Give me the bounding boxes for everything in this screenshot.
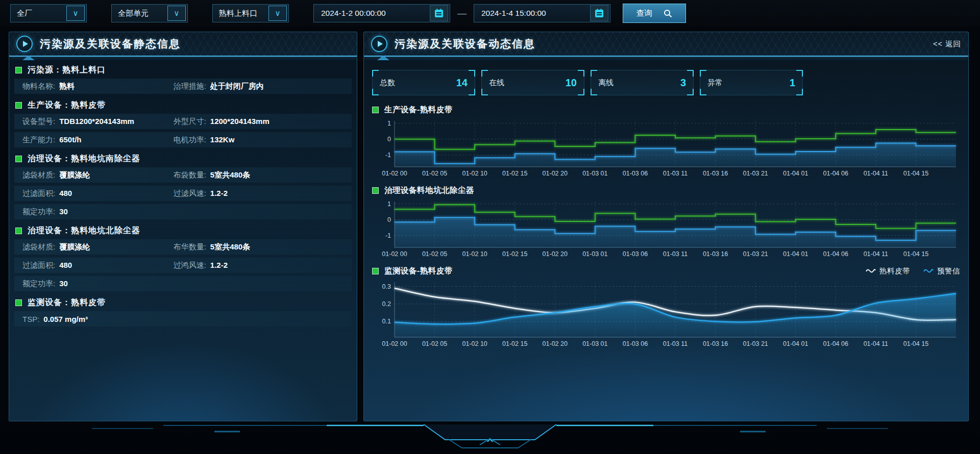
factory-select[interactable]: 全厂 ∨ [10, 4, 87, 22]
legend-item[interactable]: 熟料皮带 [866, 266, 910, 276]
svg-text:01-03 16: 01-03 16 [703, 340, 728, 347]
query-button-label: 查询 [636, 8, 652, 19]
info-cell: 额定功率:30 [22, 207, 174, 217]
chart-plot: 0.30.20.101-02 0001-02 0501-02 1001-02 1… [372, 278, 960, 350]
stat-label: 总数 [380, 78, 395, 88]
unit-select[interactable]: 全部单元 ∨ [111, 4, 188, 22]
svg-text:01-04 15: 01-04 15 [903, 340, 928, 347]
calendar-icon[interactable] [430, 5, 448, 21]
svg-text:0: 0 [387, 216, 391, 223]
chart-block: 监测设备-熟料皮带熟料皮带预警信0.30.20.101-02 0001-02 0… [372, 264, 960, 350]
corner-accent-icon [796, 89, 803, 95]
svg-text:01-03 21: 01-03 21 [743, 340, 768, 347]
stat-value: 14 [456, 77, 468, 89]
svg-text:01-02 15: 01-02 15 [502, 170, 527, 177]
source-select-value: 熟料上料口 [219, 9, 257, 18]
field-value: 30 [59, 207, 68, 216]
chart-plot: 10-101-02 0001-02 0501-02 1001-02 1501-0… [372, 117, 960, 180]
calendar-icon[interactable] [590, 5, 608, 21]
corner-accent-icon [687, 89, 694, 95]
svg-text:01-04 15: 01-04 15 [903, 250, 928, 258]
svg-text:01-03 21: 01-03 21 [743, 250, 768, 258]
chart-title-text: 生产设备-熟料皮带 [384, 105, 453, 115]
factory-select-value: 全厂 [17, 9, 32, 18]
end-date-input[interactable]: 2024-1-4 15:00:00 [474, 4, 610, 22]
svg-text:01-03 01: 01-03 01 [582, 250, 607, 258]
field-value: 1200*204143mm [210, 117, 270, 125]
corner-accent-icon [687, 70, 694, 77]
device-stats-row: 总数14在线10离线3异常1 [372, 70, 960, 95]
info-cell: 设备型号:TDB1200*204143mm [22, 117, 174, 127]
field-label: 过滤面积: [22, 189, 55, 198]
section-bullet-icon [15, 102, 22, 109]
svg-text:01-02 20: 01-02 20 [543, 340, 568, 347]
section-header: 污染源：熟料上料口 [9, 62, 357, 79]
date-range-separator: — [457, 8, 467, 19]
svg-text:01-04 01: 01-04 01 [783, 340, 808, 347]
svg-text:01-03 06: 01-03 06 [623, 250, 648, 258]
stat-card: 离线3 [591, 70, 694, 95]
back-button[interactable]: << 返回 [933, 39, 961, 49]
field-value: 480 [59, 261, 72, 269]
end-date-value: 2024-1-4 15:00:00 [481, 9, 546, 18]
corner-accent-icon [591, 89, 597, 95]
dynamic-panel-title: 污染源及关联设备动态信息 [395, 37, 535, 51]
stat-label: 在线 [489, 78, 504, 88]
info-cell: 生产能力:650t/h [22, 135, 174, 145]
svg-text:01-03 11: 01-03 11 [663, 170, 688, 177]
section-header: 治理设备：熟料地坑南除尘器 [9, 150, 357, 167]
static-info-panel: 污染源及关联设备静态信息 污染源：熟料上料口物料名称:熟料治理措施:处于封闭厂房… [9, 32, 357, 421]
section-header: 监测设备：熟料皮带 [9, 294, 357, 311]
corner-accent-icon [700, 89, 706, 95]
field-value: 30 [59, 279, 68, 288]
query-button[interactable]: 查询 [623, 4, 686, 23]
stat-value: 10 [566, 77, 577, 89]
chevron-down-icon[interactable]: ∨ [66, 6, 85, 21]
info-row: 生产能力:650t/h电机功率:132Kw [14, 132, 352, 147]
stat-card: 异常1 [700, 70, 803, 95]
section-bullet-icon [15, 228, 22, 234]
field-label: 电机功率: [174, 135, 206, 145]
start-date-input[interactable]: 2024-1-2 00:00:00 [313, 4, 450, 22]
info-cell: 过滤面积:480 [22, 261, 174, 270]
svg-text:01-03 16: 01-03 16 [703, 170, 728, 177]
svg-text:01-03 01: 01-03 01 [582, 170, 607, 177]
svg-text:01-02 20: 01-02 20 [543, 170, 568, 177]
svg-text:01-02 05: 01-02 05 [422, 170, 447, 177]
legend-label: 熟料皮带 [879, 266, 910, 276]
svg-text:01-03 11: 01-03 11 [663, 340, 688, 347]
section-bullet-icon [15, 156, 22, 162]
static-panel-header: 污染源及关联设备静态信息 [9, 32, 357, 57]
field-value: 覆膜涤纶 [59, 170, 90, 180]
play-icon [371, 36, 387, 52]
info-row: 物料名称:熟料治理措施:处于封闭厂房内 [14, 79, 352, 94]
source-select[interactable]: 熟料上料口 ∨ [212, 4, 289, 22]
chevron-down-icon[interactable]: ∨ [268, 6, 287, 21]
info-row: 过滤面积:480过鸿风速:1.2-2 [14, 258, 352, 273]
toolbar: 全厂 ∨ 全部单元 ∨ 熟料上料口 ∨ 2024-1-2 00:00:00 — … [0, 0, 980, 27]
svg-text:-1: -1 [385, 152, 391, 159]
info-cell: 滤袋材质:覆膜涤纶 [22, 242, 174, 252]
chart-block: 治理设备料地坑北除尘器10-101-02 0001-02 0501-02 100… [372, 183, 960, 261]
info-cell: 滤袋材质:覆膜涤纶 [22, 170, 174, 180]
stat-card: 总数14 [372, 70, 475, 95]
static-info-list: 污染源：熟料上料口物料名称:熟料治理措施:处于封闭厂房内生产设备：熟料皮带设备型… [9, 57, 357, 326]
info-cell: 额定功率:30 [22, 279, 174, 289]
info-cell: 布袋数量:5室共480条 [174, 170, 344, 180]
info-row: 额定功率:30 [14, 204, 352, 219]
stat-value: 1 [790, 77, 795, 89]
field-value: 480 [59, 189, 72, 197]
legend-item[interactable]: 预警信 [923, 266, 960, 276]
chevron-down-icon[interactable]: ∨ [167, 6, 186, 21]
info-row: 过滤面积:480过滤风速:1.2-2 [14, 186, 352, 201]
corner-accent-icon [372, 89, 379, 95]
info-row: 设备型号:TDB1200*204143mm外型尺寸:1200*204143mm [14, 114, 352, 129]
corner-accent-icon [578, 70, 584, 77]
charts-area: 生产设备-熟料皮带10-101-02 0001-02 0501-02 1001-… [364, 103, 968, 350]
chart-plot: 10-101-02 0001-02 0501-02 1001-02 1501-0… [372, 197, 960, 261]
field-value: TDB1200*204143mm [59, 117, 134, 125]
stat-value: 3 [680, 77, 686, 89]
field-value: 132Kw [210, 135, 235, 144]
footer-decoration [0, 421, 980, 454]
stat-label: 离线 [598, 78, 614, 88]
